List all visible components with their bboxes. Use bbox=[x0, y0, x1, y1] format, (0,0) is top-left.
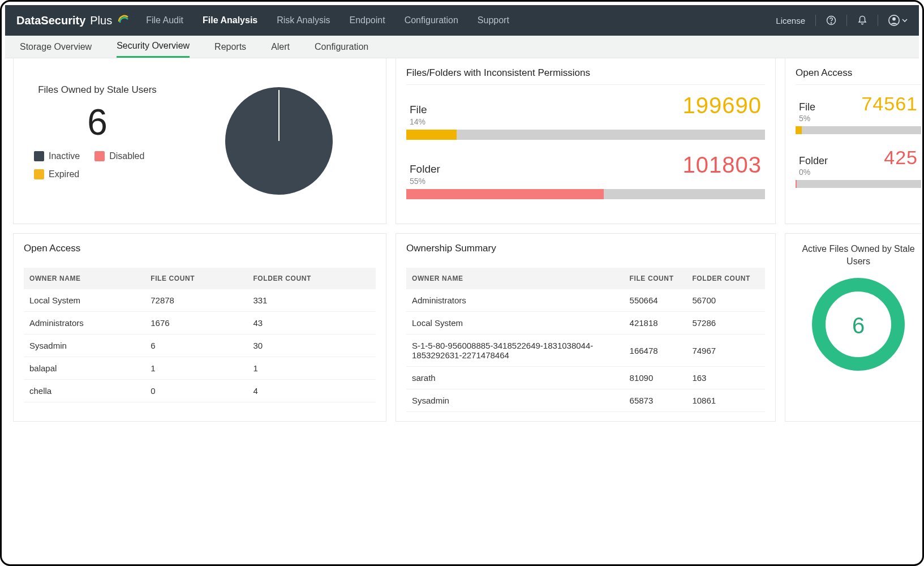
oa-th-files: FILE COUNT bbox=[145, 268, 247, 289]
sub-nav: Storage Overview Security Overview Repor… bbox=[5, 36, 919, 58]
user-icon bbox=[888, 15, 900, 26]
user-menu[interactable] bbox=[888, 15, 908, 26]
stale-users-title: Files Owned by Stale Users bbox=[24, 84, 171, 96]
table-row[interactable]: Local System72878331 bbox=[24, 289, 376, 312]
inconsistent-file-row: File 199690 14% bbox=[406, 93, 765, 140]
stale-users-count: 6 bbox=[24, 101, 171, 143]
openaccess-file-pct: 5% bbox=[796, 114, 921, 123]
openaccess-folder-bar bbox=[796, 180, 921, 188]
inconsistent-folder-bar bbox=[406, 189, 765, 199]
openaccess-folder-value: 425 bbox=[884, 147, 918, 169]
topnav-right: License bbox=[776, 15, 908, 26]
tab-reports[interactable]: Reports bbox=[214, 37, 246, 57]
card-open-access-table: Open Access OWNER NAME FILE COUNT FOLDER… bbox=[13, 233, 386, 422]
open-access-small-title: Open Access bbox=[796, 67, 921, 85]
table-row[interactable]: Sysadmin630 bbox=[24, 335, 376, 357]
inconsistent-file-pct: 14% bbox=[406, 117, 765, 126]
swatch-expired bbox=[34, 169, 44, 179]
inconsistent-file-label: File bbox=[410, 104, 427, 116]
divider bbox=[878, 15, 878, 26]
table-row[interactable]: Administrators167643 bbox=[24, 312, 376, 335]
openaccess-folder-pct: 0% bbox=[796, 168, 921, 177]
card-stale-users: Files Owned by Stale Users 6 Inactive Di… bbox=[13, 58, 386, 224]
top-nav: DataSecurity Plus File Audit File Analys… bbox=[5, 5, 919, 36]
brand-logo-icon bbox=[117, 14, 130, 27]
table-row[interactable]: Administrators55066456700 bbox=[406, 289, 765, 312]
divider bbox=[846, 15, 847, 26]
table-row[interactable]: sarath81090163 bbox=[406, 367, 765, 389]
nav-support[interactable]: Support bbox=[478, 15, 509, 25]
nav-risk-analysis[interactable]: Risk Analysis bbox=[277, 15, 330, 25]
nav-file-audit[interactable]: File Audit bbox=[146, 15, 183, 25]
tab-alert[interactable]: Alert bbox=[271, 37, 290, 57]
table-row[interactable]: balapal11 bbox=[24, 357, 376, 380]
openaccess-file-row: File 74561 5% bbox=[796, 93, 921, 134]
stale-legend: Inactive Disabled Expired bbox=[24, 151, 171, 179]
inconsistent-title: Files/Folders with Inconsistent Permissi… bbox=[406, 67, 765, 85]
svg-point-1 bbox=[831, 23, 831, 23]
inconsistent-folder-pct: 55% bbox=[406, 177, 765, 186]
legend-inactive: Inactive bbox=[34, 151, 80, 161]
openaccess-file-label: File bbox=[799, 101, 815, 113]
nav-configuration[interactable]: Configuration bbox=[405, 15, 458, 25]
os-th-owner: OWNER NAME bbox=[406, 268, 624, 289]
swatch-inactive bbox=[34, 151, 44, 161]
inconsistent-file-bar bbox=[406, 130, 765, 140]
os-th-folders: FOLDER COUNT bbox=[686, 268, 765, 289]
nav-endpoint[interactable]: Endpoint bbox=[349, 15, 385, 25]
stale-users-pie bbox=[182, 84, 376, 198]
table-row[interactable]: Sysadmin6587310861 bbox=[406, 389, 765, 412]
card-ownership-summary: Ownership Summary OWNER NAME FILE COUNT … bbox=[396, 233, 776, 422]
brand-text-2: Plus bbox=[90, 14, 112, 27]
table-row[interactable]: chella04 bbox=[24, 380, 376, 402]
swatch-disabled bbox=[94, 151, 105, 161]
table-row[interactable]: S-1-5-80-956008885-3418522649-1831038044… bbox=[406, 335, 765, 367]
brand: DataSecurity Plus bbox=[16, 14, 130, 27]
dashboard-content: Files Owned by Stale Users 6 Inactive Di… bbox=[5, 58, 919, 422]
active-stale-title: Active Files Owned by Stale Users bbox=[796, 243, 921, 268]
openaccess-file-bar bbox=[796, 126, 921, 134]
inconsistent-folder-value: 101803 bbox=[683, 152, 762, 178]
inconsistent-folder-row: Folder 101803 55% bbox=[406, 152, 765, 199]
openaccess-folder-label: Folder bbox=[799, 155, 828, 167]
openaccess-file-value: 74561 bbox=[861, 93, 918, 115]
ownership-table: OWNER NAME FILE COUNT FOLDER COUNT Admin… bbox=[406, 268, 765, 412]
open-access-table-title: Open Access bbox=[24, 243, 376, 260]
topnav-items: File Audit File Analysis Risk Analysis E… bbox=[146, 15, 509, 25]
open-access-table: OWNER NAME FILE COUNT FOLDER COUNT Local… bbox=[24, 268, 376, 402]
svg-point-3 bbox=[892, 18, 896, 21]
help-icon[interactable] bbox=[826, 15, 836, 25]
ownership-title: Ownership Summary bbox=[406, 243, 765, 260]
active-stale-value: 6 bbox=[810, 312, 906, 338]
tab-configuration[interactable]: Configuration bbox=[315, 37, 368, 57]
bell-icon[interactable] bbox=[857, 15, 867, 25]
tab-security-overview[interactable]: Security Overview bbox=[117, 36, 190, 58]
os-th-files: FILE COUNT bbox=[624, 268, 687, 289]
card-inconsistent-permissions: Files/Folders with Inconsistent Permissi… bbox=[396, 58, 776, 224]
inconsistent-folder-label: Folder bbox=[410, 163, 440, 175]
active-stale-donut: 6 bbox=[810, 276, 906, 375]
brand-text-1: DataSecurity bbox=[16, 14, 85, 27]
table-row[interactable]: Local System42181857286 bbox=[406, 312, 765, 335]
card-open-access-summary: Open Access File 74561 5% Folder 425 0% bbox=[785, 58, 924, 224]
tab-storage-overview[interactable]: Storage Overview bbox=[20, 37, 92, 57]
legend-expired: Expired bbox=[34, 169, 79, 179]
divider bbox=[815, 15, 816, 26]
oa-th-folders: FOLDER COUNT bbox=[247, 268, 376, 289]
chevron-down-icon bbox=[902, 18, 908, 23]
card-active-stale-donut: Active Files Owned by Stale Users 6 bbox=[785, 233, 924, 422]
license-link[interactable]: License bbox=[776, 16, 805, 25]
oa-th-owner: OWNER NAME bbox=[24, 268, 145, 289]
legend-disabled: Disabled bbox=[94, 151, 144, 161]
inconsistent-file-value: 199690 bbox=[683, 93, 762, 118]
openaccess-folder-row: Folder 425 0% bbox=[796, 147, 921, 188]
nav-file-analysis[interactable]: File Analysis bbox=[203, 15, 257, 25]
